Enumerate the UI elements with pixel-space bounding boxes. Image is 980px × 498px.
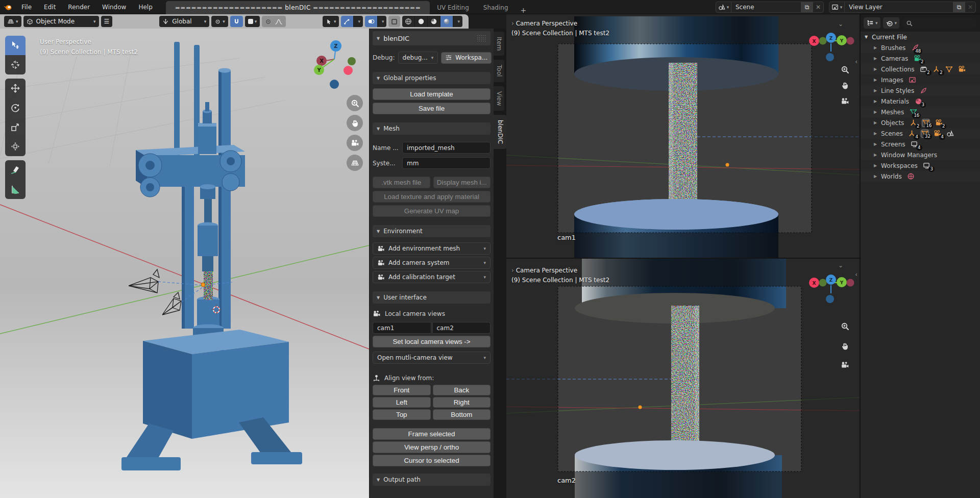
origin-point[interactable]	[201, 283, 205, 287]
load-template-button[interactable]: Load template	[373, 88, 491, 100]
tab-uv-editing[interactable]: UV Editing	[430, 1, 476, 14]
outliner-row[interactable]: ▶Meshes16	[861, 107, 980, 117]
debug-dropdown[interactable]: debug...▾	[398, 52, 438, 64]
overlays-toggle[interactable]: ▾	[365, 16, 387, 27]
mesh-name-field[interactable]: imported_mesh	[402, 142, 491, 154]
cam1-field[interactable]: cam1	[373, 322, 431, 334]
align-front-button[interactable]: Front	[373, 385, 431, 395]
3d-viewport[interactable]: Z X Y User Perspective (9) Scene Collect…	[0, 29, 369, 498]
pan-button[interactable]	[347, 115, 363, 131]
expand-arrow-icon[interactable]: ▶	[874, 131, 881, 136]
display-mesh-button[interactable]: Display mesh i...	[433, 177, 491, 188]
tab-view[interactable]: View	[494, 86, 504, 111]
tool-measure[interactable]	[5, 180, 26, 199]
tab-shading[interactable]: Shading	[476, 1, 516, 14]
collapse-icon[interactable]: ▼	[377, 36, 380, 41]
outliner-row[interactable]: ▶Scenes4324	[861, 128, 980, 139]
new-scene-button[interactable]: ⧉	[801, 2, 813, 12]
outliner-row[interactable]: ▶Objects2162	[861, 117, 980, 128]
outliner-row[interactable]: ▶Line Styles	[861, 85, 980, 96]
filter-dropdown[interactable]: ▾	[883, 17, 900, 29]
tool-select-tweak[interactable]	[5, 36, 26, 55]
outliner-row[interactable]: ▶Screens4	[861, 139, 980, 150]
outliner-row[interactable]: ▶Images	[861, 74, 980, 85]
expand-arrow-icon[interactable]: ▶	[874, 78, 881, 82]
tab-item[interactable]: Item	[494, 32, 504, 56]
expand-arrow-icon[interactable]: ▶	[874, 88, 881, 93]
expand-arrow-icon[interactable]: ▶	[874, 99, 881, 104]
region-toggle-icon[interactable]: ‹	[855, 58, 857, 65]
new-view-layer-button[interactable]: ⧉	[953, 2, 965, 12]
viewport-menu-button[interactable]: ☰	[101, 16, 113, 27]
expand-arrow-icon[interactable]: ▶	[874, 153, 881, 157]
outliner-row[interactable]: ▶Materials3	[861, 96, 980, 107]
align-left-button[interactable]: Left	[373, 397, 431, 408]
align-top-button[interactable]: Top	[373, 409, 431, 420]
add-camera-system-dropdown[interactable]: Add camera system▾	[373, 257, 491, 269]
section-environment[interactable]: ▼Environment	[373, 225, 491, 237]
workspace-button[interactable]: Workspa...	[441, 52, 492, 64]
outliner-root-row[interactable]: ▼ Current File	[861, 32, 980, 42]
mode-dropdown[interactable]: Object Mode▾	[23, 16, 99, 27]
load-texture-button[interactable]: Load texture and apply material	[373, 191, 491, 203]
tab-tool[interactable]: Tool	[494, 60, 504, 82]
add-workspace-button[interactable]: +	[516, 6, 532, 14]
section-output-path[interactable]: ▼Output path	[373, 474, 491, 486]
menu-window[interactable]: Window	[96, 0, 132, 14]
cursor-to-selected-button[interactable]: Cursor to selected	[373, 455, 491, 466]
unlink-scene-button[interactable]: ✕	[813, 4, 823, 11]
expand-arrow-icon[interactable]: ▶	[874, 174, 881, 179]
expand-arrow-icon[interactable]: ▶	[874, 67, 881, 71]
collapse-arrow-icon[interactable]: ▼	[865, 35, 872, 39]
generate-uv-button[interactable]: Generate UV map	[373, 205, 491, 217]
pivot-dropdown[interactable]: ▾	[211, 16, 228, 27]
add-environment-dropdown[interactable]: Add environment mesh▾	[373, 242, 491, 255]
display-mode-dropdown[interactable]: ▾	[864, 17, 880, 29]
outliner-row[interactable]: ▶Workspaces3	[861, 160, 980, 171]
vtk-mesh-file-button[interactable]: .vtk mesh file	[373, 177, 430, 188]
tool-move[interactable]	[5, 79, 26, 98]
section-global-properties[interactable]: ▼Global properties	[373, 72, 491, 84]
open-multicam-dropdown[interactable]: Open mutli-camera view▾	[373, 352, 491, 364]
ortho-toggle-button[interactable]	[347, 155, 363, 171]
zoom-button[interactable]	[347, 95, 363, 111]
region-toggle-icon[interactable]: ‹	[855, 271, 857, 278]
save-file-button[interactable]: Save file	[373, 103, 491, 114]
collapse-chevron-icon[interactable]: ⌄	[838, 262, 843, 269]
tab-blendic-panel[interactable]: blenDIC	[494, 115, 506, 149]
tool-cursor[interactable]	[5, 55, 26, 74]
snap-toggle[interactable]	[230, 16, 243, 27]
outliner-search-input[interactable]	[902, 17, 977, 29]
tool-scale[interactable]	[5, 117, 26, 137]
add-calibration-dropdown[interactable]: Add calibration target▾	[373, 271, 491, 283]
selectability-dropdown[interactable]: ▾	[323, 16, 339, 27]
snap-target-dropdown[interactable]: ▾	[245, 16, 260, 27]
editor-type-button[interactable]: ▾	[4, 16, 21, 27]
proportional-editing-toggle[interactable]	[262, 16, 286, 27]
shading-wireframe-button[interactable]	[402, 16, 414, 27]
menu-edit[interactable]: Edit	[38, 0, 62, 14]
menu-render[interactable]: Render	[62, 0, 96, 14]
view-layer-name[interactable]: View Layer	[845, 4, 953, 11]
shading-rendered-button[interactable]	[440, 16, 453, 27]
tool-rotate[interactable]	[5, 98, 26, 117]
expand-arrow-icon[interactable]: ▶	[874, 142, 881, 146]
tool-annotate[interactable]	[5, 160, 26, 180]
frame-selected-button[interactable]: Frame selected	[373, 428, 491, 440]
camera-view-cam1[interactable]: Z X Y › Camera Perspective (9) Scene Col…	[506, 14, 860, 258]
drag-grip-icon[interactable]: ::::::::::	[477, 35, 486, 42]
outliner-row[interactable]: ▶Cameras2	[861, 53, 980, 64]
shading-material-button[interactable]	[427, 16, 440, 27]
camera-view-button[interactable]	[347, 135, 363, 151]
outliner-row[interactable]: ▶Brushes48	[861, 42, 980, 53]
expand-arrow-icon[interactable]: ▶	[874, 120, 881, 125]
section-user-interface[interactable]: ▼User interface	[373, 291, 491, 304]
tab-blendic[interactable]: ==================== blenDIC ===========…	[166, 1, 430, 14]
camera-view-cam2[interactable]: Z X Y › Camera Perspective (9) Scene Col…	[506, 258, 860, 498]
system-field[interactable]: mm	[402, 157, 491, 169]
shading-solid-button[interactable]	[414, 16, 427, 27]
scene-selector[interactable]: ▾ Scene ⧉ ✕	[716, 2, 824, 13]
scene-icon[interactable]: ▾	[716, 2, 731, 12]
menu-file[interactable]: File	[15, 0, 38, 14]
shading-dropdown[interactable]: ▾	[453, 16, 462, 27]
